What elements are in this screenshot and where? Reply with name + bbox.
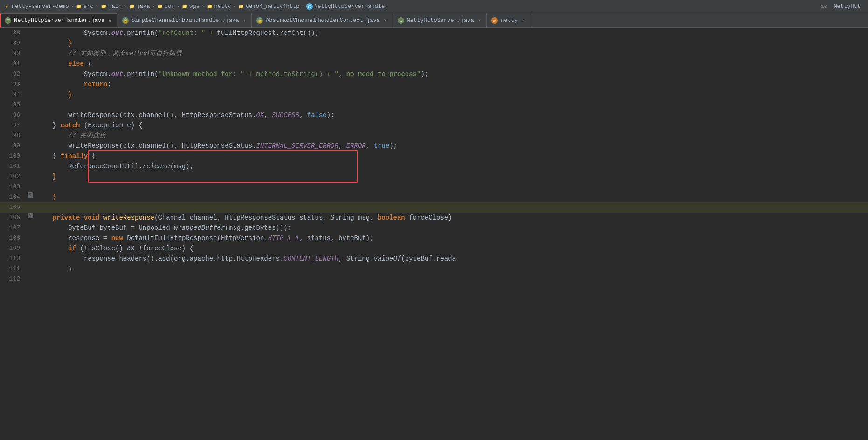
tab-simple-channel[interactable]: 🔒 SimpleChannelInboundHandler.java ✕ <box>117 13 252 28</box>
code-110: response.headers().add(org.apache.http.H… <box>35 254 868 264</box>
tab-label-maven: netty <box>501 17 517 24</box>
line-num-102: 102 <box>0 172 26 182</box>
line-num-107: 107 <box>0 223 26 233</box>
class-icon: C <box>306 3 313 10</box>
table-row: 96 writeResponse(ctx.channel(), HttpResp… <box>0 110 868 120</box>
breadcrumb-java[interactable]: 📁 java <box>129 3 150 10</box>
breadcrumb-wgs[interactable]: 📁 wgs <box>181 3 200 10</box>
tab-icon-maven: m <box>491 17 498 24</box>
breadcrumb-src[interactable]: 📁 src <box>76 3 94 10</box>
tab-label-server: NettyHttpServer.java <box>407 17 474 24</box>
version-badge: 10 <box>816 4 832 9</box>
tab-icon-simple: 🔒 <box>122 17 129 24</box>
table-row: 91 else { <box>0 59 868 69</box>
line-num-100: 100 <box>0 151 26 161</box>
table-row: 95 <box>0 100 868 110</box>
line-num-97: 97 <box>0 120 26 131</box>
table-row: 110 response.headers().add(org.apache.ht… <box>0 254 868 264</box>
tab-label-abstract: AbstractChannelHandlerContext.java <box>266 17 380 24</box>
line-num-99: 99 <box>0 141 26 151</box>
tab-netty-server[interactable]: C NettyHttpServer.java ✕ <box>393 13 487 28</box>
table-row: 107 ByteBuf byteBuf = Unpooled.wrappedBu… <box>0 223 868 233</box>
code-100: } finally { <box>35 151 868 161</box>
table-row: 100 } finally { <box>0 151 868 161</box>
breadcrumb-demo4-label: demo4_netty4http <box>246 3 299 10</box>
table-row: 88 System.out.println("refCount: " + ful… <box>0 28 868 38</box>
table-row: 105 <box>0 202 868 213</box>
breadcrumb-src-label: src <box>83 3 94 10</box>
table-row: 103 <box>0 182 868 192</box>
table-row: 99 writeResponse(ctx.channel(), HttpResp… <box>0 141 868 151</box>
code-96: writeResponse(ctx.channel(), HttpRespons… <box>35 110 868 120</box>
breadcrumb-wgs-label: wgs <box>189 3 200 10</box>
breadcrumb-netty-label: netty <box>214 3 231 10</box>
line-num-110: 110 <box>0 254 26 264</box>
line-num-91: 91 <box>0 59 26 69</box>
tab-close-abstract[interactable]: ✕ <box>383 17 388 24</box>
sep8: › <box>301 4 304 9</box>
folder-icon-netty: 📁 <box>207 3 213 10</box>
line-num-92: 92 <box>0 69 26 79</box>
breadcrumb-com-label: com <box>165 3 175 10</box>
folder-icon-com: 📁 <box>157 3 163 10</box>
breadcrumb-project[interactable]: ▶ netty-server-demo <box>4 3 69 10</box>
code-93: return; <box>35 79 868 89</box>
code-107: ByteBuf byteBuf = Unpooled.wrappedBuffer… <box>35 223 868 233</box>
breadcrumb-com[interactable]: 📁 com <box>157 3 175 10</box>
folder-icon-wgs: 📁 <box>181 3 188 10</box>
breadcrumb-java-label: java <box>137 3 150 10</box>
code-98: // 关闭连接 <box>35 131 868 141</box>
code-97: } catch (Exception e) { <box>35 120 868 131</box>
tab-close-simple[interactable]: ✕ <box>242 17 247 24</box>
tab-netty-maven[interactable]: m netty ✕ <box>487 13 530 28</box>
table-row: 109 if (!isClose() && !forceClose) { <box>0 243 868 254</box>
tab-label-handler: NettyHttpServerHandler.java <box>14 17 104 24</box>
code-111: } <box>35 264 868 274</box>
code-101: ReferenceCountUtil.release(msg); <box>35 161 868 172</box>
code-109: if (!isClose() && !forceClose) { <box>35 243 868 254</box>
tab-icon-handler: C <box>5 17 11 24</box>
tab-close-server[interactable]: ✕ <box>477 17 482 24</box>
folder-icon-demo4: 📁 <box>238 3 244 10</box>
tab-netty-handler[interactable]: C NettyHttpServerHandler.java ✕ <box>0 13 117 28</box>
line-num-105: 105 <box>0 202 26 213</box>
folder-icon-src: 📁 <box>76 3 82 10</box>
table-row: 92 System.out.println("Unknown method fo… <box>0 69 868 79</box>
line-num-109: 109 <box>0 243 26 254</box>
project-icon: ▶ <box>4 3 10 10</box>
breadcrumb-demo4[interactable]: 📁 demo4_netty4http <box>238 3 299 10</box>
tab-label-simple: SimpleChannelInboundHandler.java <box>131 17 239 24</box>
code-90: // 未知类型，其余method可自行拓展 <box>35 48 868 59</box>
code-91: else { <box>35 59 868 69</box>
table-row: 89 } <box>0 38 868 48</box>
fold-104[interactable]: ▽ <box>28 192 33 198</box>
code-89: } <box>35 38 868 48</box>
fold-106[interactable]: ▽ <box>28 213 33 218</box>
sep4: › <box>152 4 155 9</box>
table-row: 102 } <box>0 172 868 182</box>
folder-icon-main: 📁 <box>100 3 107 10</box>
gutter-104: ▽ <box>26 192 35 198</box>
sep7: › <box>233 4 236 9</box>
breadcrumb: ▶ netty-server-demo › 📁 src › 📁 main › 📁… <box>0 0 868 13</box>
table-row: 97 } catch (Exception e) { <box>0 120 868 131</box>
line-num-96: 96 <box>0 110 26 120</box>
tab-abstract-channel[interactable]: 🔒 AbstractChannelHandlerContext.java ✕ <box>252 13 393 28</box>
line-num-101: 101 <box>0 161 26 172</box>
tab-close-handler[interactable]: ✕ <box>107 17 112 24</box>
breadcrumb-project-label: netty-server-demo <box>12 3 69 10</box>
line-num-93: 93 <box>0 79 26 89</box>
line-num-94: 94 <box>0 89 26 100</box>
tab-close-maven[interactable]: ✕ <box>520 17 525 24</box>
gutter-106: ▽ <box>26 213 35 218</box>
code-94: } <box>35 89 868 100</box>
breadcrumb-main[interactable]: 📁 main <box>100 3 122 10</box>
code-102: } <box>35 172 868 182</box>
line-num-88: 88 <box>0 28 26 38</box>
line-num-104: 104 <box>0 192 26 202</box>
breadcrumb-netty[interactable]: 📁 netty <box>207 3 231 10</box>
tabs-bar: C NettyHttpServerHandler.java ✕ 🔒 Simple… <box>0 13 868 28</box>
sep6: › <box>201 4 205 9</box>
sep1: › <box>70 4 74 9</box>
breadcrumb-class[interactable]: C NettyHttpServerHandler <box>306 3 388 10</box>
